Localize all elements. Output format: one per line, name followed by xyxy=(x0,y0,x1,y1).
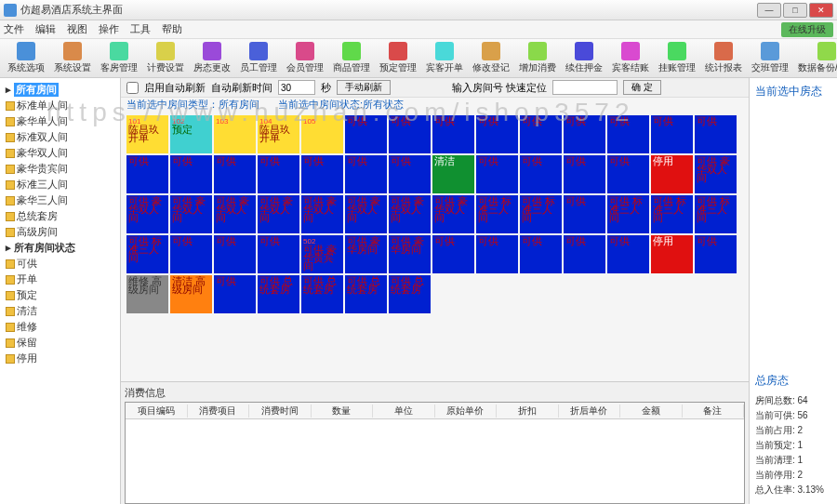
room-cell[interactable]: 可供 标准三人间 xyxy=(126,235,168,273)
room-cell[interactable]: 103 xyxy=(214,115,256,153)
toolbar-8[interactable]: 预定管理 xyxy=(376,40,420,76)
menu-edit[interactable]: 编辑 xyxy=(35,22,56,36)
room-cell[interactable]: 可供 豪华双人间 xyxy=(345,195,387,233)
tree-item[interactable]: 豪华单人间 xyxy=(4,113,116,129)
tree-item[interactable]: 豪华双人间 xyxy=(4,145,116,161)
room-cell[interactable]: 可供 xyxy=(432,235,474,273)
toolbar-4[interactable]: 房态更改 xyxy=(190,40,234,76)
room-cell[interactable]: 可供 xyxy=(476,235,518,273)
room-cell[interactable]: 可供 xyxy=(345,115,387,153)
room-cell[interactable]: 502可供 豪华贵宾间 xyxy=(301,235,343,273)
tree-item[interactable]: 总统套房 xyxy=(4,208,116,224)
menu-action[interactable]: 操作 xyxy=(99,22,119,36)
room-cell[interactable]: 可供 豪华房间 xyxy=(345,235,387,273)
room-cell[interactable]: 清洁 高级房间 xyxy=(170,275,212,313)
toolbar-1[interactable]: 系统设置 xyxy=(50,40,95,76)
tree-item[interactable]: 豪华贵宾间 xyxy=(4,161,116,177)
tree-item[interactable]: 标准双人间 xyxy=(4,129,116,145)
room-cell[interactable]: 可供 xyxy=(607,235,649,273)
room-cell[interactable]: 清洁 xyxy=(432,155,474,193)
roomno-input[interactable] xyxy=(552,80,618,95)
room-cell[interactable]: 可供 标准三人间 xyxy=(695,195,737,233)
room-cell[interactable]: 可供 豪华房间 xyxy=(389,235,431,273)
room-cell[interactable]: 可供 xyxy=(345,155,387,193)
room-cell[interactable]: 可供 总统套房 xyxy=(258,275,299,313)
autorefresh-checkbox[interactable] xyxy=(126,82,139,94)
toolbar-10[interactable]: 修改登记 xyxy=(469,40,513,76)
close-button[interactable]: ✕ xyxy=(809,3,833,18)
menu-file[interactable]: 文件 xyxy=(4,22,24,36)
room-cell[interactable]: 可供 xyxy=(520,155,562,193)
toolbar-11[interactable]: 增加消费 xyxy=(515,40,560,76)
room-cell[interactable]: 可供 豪华双人间 xyxy=(258,195,299,233)
room-cell[interactable]: 可供 标准三人间 xyxy=(476,195,518,233)
tree-item[interactable]: 标准单人间 xyxy=(4,98,116,113)
room-cell[interactable]: 可供 xyxy=(564,115,605,153)
room-cell[interactable]: 可供 豪华双人间 xyxy=(126,195,168,233)
tree-root-rooms[interactable]: ▸ 所有房间 xyxy=(4,82,116,98)
toolbar-12[interactable]: 续住押金 xyxy=(562,40,606,76)
room-cell[interactable]: 维修 高级房间 xyxy=(126,275,168,313)
room-cell[interactable]: 可供 豪华双人间 xyxy=(301,195,343,233)
room-cell[interactable]: 可供 xyxy=(607,155,649,193)
room-cell[interactable]: 可供 xyxy=(214,235,256,273)
tree-item[interactable]: 可供 xyxy=(4,256,116,272)
toolbar-14[interactable]: 挂账管理 xyxy=(655,40,699,76)
room-cell[interactable]: 可供 xyxy=(564,235,605,273)
room-cell[interactable]: 可供 总统套房 xyxy=(389,275,431,313)
room-cell[interactable]: 可供 xyxy=(389,155,431,193)
tree-item[interactable]: 清洁 xyxy=(4,303,116,319)
room-cell[interactable]: 可供 xyxy=(564,155,605,193)
room-cell[interactable]: 可供 xyxy=(214,155,256,193)
menu-tools[interactable]: 工具 xyxy=(130,22,151,36)
toolbar-17[interactable]: 数据备份/还原 xyxy=(794,40,837,76)
room-cell[interactable]: 可供 总统套房 xyxy=(345,275,387,313)
room-cell[interactable]: 101陈昌玖 开单 xyxy=(126,115,168,153)
room-cell[interactable]: 可供 xyxy=(126,155,168,193)
room-cell[interactable]: 可供 豪华双人间 xyxy=(214,195,256,233)
room-cell[interactable]: 可供 总统套房 xyxy=(301,275,343,313)
tree-item[interactable]: 停用 xyxy=(4,351,116,366)
room-cell[interactable]: 可供 xyxy=(564,195,605,233)
room-cell[interactable]: 停用 xyxy=(651,235,693,273)
ok-button[interactable]: 确 定 xyxy=(623,80,661,95)
room-cell[interactable]: 可供 xyxy=(214,275,256,313)
menu-help[interactable]: 帮助 xyxy=(162,22,182,36)
room-cell[interactable]: 可供 标准三人间 xyxy=(607,195,649,233)
toolbar-2[interactable]: 客房管理 xyxy=(97,40,141,76)
room-cell[interactable]: 可供 豪华双人间 xyxy=(432,195,474,233)
room-cell[interactable]: 停用 xyxy=(651,155,693,193)
room-cell[interactable]: 可供 豪华双人间 xyxy=(695,155,737,193)
manual-refresh-button[interactable]: 手动刷新 xyxy=(337,80,391,95)
room-cell[interactable]: 可供 xyxy=(432,115,474,153)
room-cell[interactable]: 可供 xyxy=(170,235,212,273)
tree-item[interactable]: 标准三人间 xyxy=(4,177,116,192)
minimize-button[interactable]: — xyxy=(757,3,781,18)
room-cell[interactable]: 可供 xyxy=(651,115,693,153)
tree-root-status[interactable]: ▸ 所有房间状态 xyxy=(4,240,116,256)
online-upgrade-button[interactable]: 在线升级 xyxy=(781,22,833,37)
room-cell[interactable]: 可供 豪华双人间 xyxy=(389,195,431,233)
tree-item[interactable]: 保留 xyxy=(4,335,116,351)
room-cell[interactable]: 可供 xyxy=(258,235,299,273)
room-cell[interactable]: 可供 标准三人间 xyxy=(520,195,562,233)
menu-view[interactable]: 视图 xyxy=(67,22,87,36)
maximize-button[interactable]: □ xyxy=(783,3,807,18)
tree-item[interactable]: 豪华三人间 xyxy=(4,192,116,208)
room-cell[interactable]: 可供 标准三人间 xyxy=(651,195,693,233)
toolbar-0[interactable]: 系统选项 xyxy=(4,40,48,76)
toolbar-6[interactable]: 会员管理 xyxy=(283,40,327,76)
room-cell[interactable]: 102预定 xyxy=(170,115,212,153)
tree-item[interactable]: 开单 xyxy=(4,272,116,287)
toolbar-5[interactable]: 员工管理 xyxy=(236,40,281,76)
room-cell[interactable]: 可供 xyxy=(695,235,737,273)
tree-item[interactable]: 预定 xyxy=(4,287,116,303)
refreshtime-input[interactable] xyxy=(278,80,315,95)
room-cell[interactable]: 105 xyxy=(301,115,343,153)
toolbar-7[interactable]: 商品管理 xyxy=(329,40,374,76)
toolbar-3[interactable]: 计费设置 xyxy=(143,40,188,76)
tree-item[interactable]: 高级房间 xyxy=(4,224,116,240)
room-cell[interactable]: 可供 xyxy=(476,115,518,153)
toolbar-9[interactable]: 宾客开单 xyxy=(422,40,467,76)
room-cell[interactable]: 可供 xyxy=(695,115,737,153)
